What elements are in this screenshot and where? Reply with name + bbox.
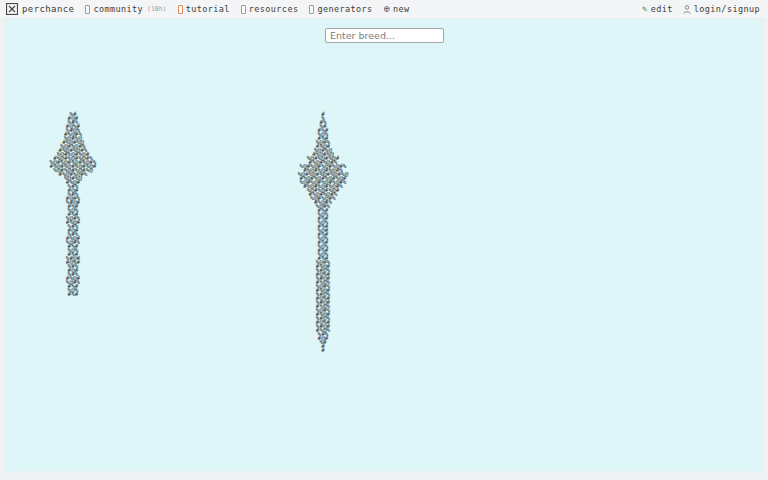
nav-tutorial[interactable]: tutorial [178, 4, 230, 14]
tutorial-icon [178, 5, 183, 14]
generator-panel: %# #@# %#% #@%# %#@% #%@#% %@#%@ #%@#%@ … [5, 18, 763, 472]
brand-label: perchance [22, 4, 74, 14]
ascii-art-right: # % #% %# #%# %@% #%# %@#% #%@# %@#%@ #%… [271, 112, 375, 352]
community-activity-badge: (10h) [147, 5, 167, 13]
perchance-logo-icon [6, 3, 18, 15]
edit-link[interactable]: ✎ edit [642, 4, 673, 14]
nav-new[interactable]: ⊕ new [384, 4, 410, 14]
nav-generators-label: generators [317, 4, 372, 14]
nav-new-label: new [393, 4, 410, 14]
topbar: perchance community (10h) tutorial resou… [0, 0, 768, 18]
nav-resources[interactable]: resources [241, 4, 299, 14]
community-icon [85, 5, 90, 14]
new-plus-icon: ⊕ [384, 4, 390, 14]
ascii-art-left: %# #@# %#% #@%# %#@% #%@#% %@#%@ #%@#%@ … [21, 112, 125, 296]
nav-generators[interactable]: generators [309, 4, 372, 14]
login-signup-link[interactable]: login/signup [683, 4, 760, 14]
topbar-right: ✎ edit login/signup [642, 4, 768, 14]
person-icon [683, 5, 691, 14]
breed-input[interactable] [325, 28, 444, 43]
topbar-left: perchance community (10h) tutorial resou… [0, 3, 410, 15]
generators-icon [309, 5, 314, 14]
nav-community-label: community [93, 4, 143, 14]
edit-label: edit [651, 4, 673, 14]
nav-community[interactable]: community (10h) [85, 4, 166, 14]
pencil-icon: ✎ [642, 5, 648, 14]
nav-tutorial-label: tutorial [186, 4, 230, 14]
login-signup-label: login/signup [694, 4, 760, 14]
resources-icon [241, 5, 246, 14]
nav-resources-label: resources [249, 4, 299, 14]
brand-link[interactable]: perchance [6, 3, 74, 15]
